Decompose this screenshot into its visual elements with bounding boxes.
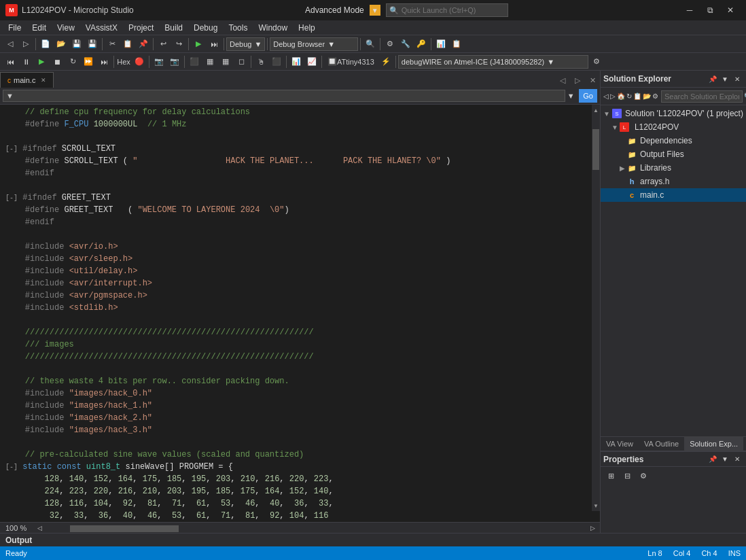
search-toolbar-button[interactable]: 🔍 bbox=[363, 37, 378, 52]
tree-output-files[interactable]: ▶ 📁 Output Files bbox=[601, 147, 746, 161]
props-alphabetic-button[interactable]: ⊟ bbox=[620, 468, 635, 483]
menu-help[interactable]: Help bbox=[293, 20, 321, 35]
zoom-down-button[interactable]: ◁ bbox=[32, 521, 47, 533]
step-into-button[interactable]: ⏭ bbox=[207, 37, 221, 52]
va-view-tab[interactable]: VA View bbox=[601, 436, 639, 451]
scroll-thumb[interactable] bbox=[592, 129, 599, 170]
settings-button[interactable]: 🔧 bbox=[398, 37, 413, 52]
va-outline-tab[interactable]: VA Outline bbox=[639, 436, 684, 451]
se-home-button[interactable]: 🏠 bbox=[617, 90, 625, 103]
quick-launch-box[interactable]: 🔍 Quick Launch (Ctrl+Q) bbox=[386, 3, 508, 17]
debug-btn15[interactable]: ⬛ bbox=[269, 54, 284, 69]
extra-btn2[interactable]: 📋 bbox=[449, 37, 464, 52]
tree-main-c[interactable]: ▶ c main.c bbox=[601, 188, 746, 202]
debugger-extra-btn[interactable]: ⚙ bbox=[589, 54, 604, 69]
tab-close-icon[interactable]: ✕ bbox=[41, 77, 46, 84]
menu-debug[interactable]: Debug bbox=[188, 20, 223, 35]
cut-button[interactable]: ✂ bbox=[105, 37, 120, 52]
se-tree[interactable]: ▼ S Solution 'L12024POV' (1 project) ▼ L… bbox=[601, 105, 746, 436]
menu-project[interactable]: Project bbox=[123, 20, 159, 35]
open-file-button[interactable]: 📂 bbox=[54, 37, 69, 52]
se-dropdown-button[interactable]: ▼ bbox=[719, 73, 731, 85]
menu-tools[interactable]: Tools bbox=[223, 20, 253, 35]
editor-tab-main-c[interactable]: c main.c ✕ bbox=[0, 72, 54, 88]
debug-btn4[interactable]: ↻ bbox=[65, 54, 80, 69]
close-button[interactable]: ✕ bbox=[720, 0, 741, 20]
scroll-tabs-right[interactable]: ▷ bbox=[570, 73, 585, 88]
menu-build[interactable]: Build bbox=[159, 20, 188, 35]
scroll-right-button[interactable]: ▷ bbox=[585, 521, 600, 533]
close-tab-button[interactable]: ✕ bbox=[585, 73, 600, 88]
se-back-button[interactable]: ◁ bbox=[603, 90, 609, 103]
solution-exp-tab[interactable]: Solution Exp... bbox=[684, 436, 743, 451]
debug-hex-btn[interactable]: Hex bbox=[116, 54, 131, 69]
h-scrollbar-track[interactable] bbox=[50, 525, 582, 531]
props-settings-button[interactable]: ⚙ bbox=[636, 468, 651, 483]
se-show-all-button[interactable]: 📂 bbox=[643, 90, 651, 103]
se-settings-button[interactable]: ⚙ bbox=[652, 90, 658, 103]
debug-btn1[interactable]: ⏮ bbox=[3, 54, 18, 69]
tree-project[interactable]: ▼ L L12024POV bbox=[601, 120, 746, 134]
debug-btn7[interactable]: 🔴 bbox=[132, 54, 147, 69]
props-categorize-button[interactable]: ⊞ bbox=[603, 468, 618, 483]
props-close-button[interactable]: ✕ bbox=[731, 453, 743, 466]
debug-btn18[interactable]: ⚡ bbox=[378, 54, 393, 69]
new-file-button[interactable]: 📄 bbox=[38, 37, 53, 52]
paste-button[interactable]: 📌 bbox=[136, 37, 151, 52]
save-all-button[interactable]: 💾 bbox=[85, 37, 100, 52]
debug-btn3[interactable]: ⏹ bbox=[50, 54, 65, 69]
debug-btn9[interactable]: 📷 bbox=[167, 54, 182, 69]
menu-window[interactable]: Window bbox=[253, 20, 293, 35]
restore-button[interactable]: ⧉ bbox=[700, 0, 720, 20]
run-button[interactable]: ▶ bbox=[191, 37, 206, 52]
debug-btn10[interactable]: ⬛ bbox=[187, 54, 202, 69]
menu-edit[interactable]: Edit bbox=[26, 20, 52, 35]
se-properties-button[interactable]: 📋 bbox=[633, 90, 641, 103]
tree-dependencies[interactable]: ▶ 📁 Dependencies bbox=[601, 134, 746, 147]
se-search-input[interactable] bbox=[661, 90, 743, 103]
back-button[interactable]: ◁ bbox=[3, 37, 18, 52]
menu-view[interactable]: View bbox=[52, 20, 80, 35]
copy-button[interactable]: 📋 bbox=[120, 37, 135, 52]
debug-btn2[interactable]: ⏸ bbox=[18, 54, 33, 69]
scroll-down-button[interactable]: ▼ bbox=[592, 500, 600, 511]
se-close-button[interactable]: ✕ bbox=[731, 73, 743, 85]
tree-libraries[interactable]: ▶ 📁 Libraries bbox=[601, 161, 746, 175]
advanced-mode-filter-icon[interactable]: ▼ bbox=[370, 5, 380, 16]
debug-run-btn[interactable]: ▶ bbox=[34, 54, 49, 69]
tree-arrays-h[interactable]: ▶ h arrays.h bbox=[601, 175, 746, 188]
scroll-tabs-left[interactable]: ◁ bbox=[555, 73, 570, 88]
props-dropdown-button[interactable]: ▼ bbox=[719, 453, 731, 466]
forward-button[interactable]: ▷ bbox=[18, 37, 33, 52]
debug-btn16[interactable]: 📊 bbox=[289, 54, 304, 69]
editor-breadcrumb[interactable]: ▼ bbox=[3, 90, 565, 102]
debug-btn17[interactable]: 📈 bbox=[304, 54, 319, 69]
undo-button[interactable]: ↩ bbox=[156, 37, 171, 52]
properties-button[interactable]: ⚙ bbox=[383, 37, 397, 52]
key-button[interactable]: 🔑 bbox=[414, 37, 429, 52]
debug-btn13[interactable]: ◻ bbox=[234, 54, 249, 69]
breadcrumb-right-scroll[interactable]: ▼ bbox=[565, 88, 576, 103]
debug-btn11[interactable]: ▦ bbox=[202, 54, 217, 69]
debug-btn14[interactable]: 🖱 bbox=[253, 54, 268, 69]
code-content[interactable]: // define cpu frequency for delay calcul… bbox=[0, 105, 600, 522]
tree-solution[interactable]: ▼ S Solution 'L12024POV' (1 project) bbox=[601, 107, 746, 120]
debug-btn12[interactable]: ▦ bbox=[218, 54, 233, 69]
redo-button[interactable]: ↪ bbox=[171, 37, 186, 52]
h-scrollbar-thumb[interactable] bbox=[70, 525, 179, 532]
debug-config-dropdown[interactable]: Debug ▼ bbox=[226, 37, 265, 51]
minimize-button[interactable]: ─ bbox=[679, 0, 700, 20]
debug-browser-dropdown[interactable]: Debug Browser ▼ bbox=[270, 37, 358, 51]
se-forward-button[interactable]: ▷ bbox=[610, 90, 616, 103]
debugger-dropdown[interactable]: debugWIRE on Atmel-ICE (J41800095282) ▼ bbox=[398, 55, 588, 69]
go-button[interactable]: Go bbox=[579, 89, 597, 103]
pin-button[interactable]: 📌 bbox=[707, 73, 719, 85]
debug-btn6[interactable]: ⏭ bbox=[96, 54, 111, 69]
menu-file[interactable]: File bbox=[3, 20, 26, 35]
props-pin-button[interactable]: 📌 bbox=[707, 453, 719, 466]
extra-btn1[interactable]: 📊 bbox=[433, 37, 448, 52]
se-refresh-button[interactable]: ↻ bbox=[626, 90, 632, 103]
menu-vassistx[interactable]: VAssistX bbox=[80, 20, 123, 35]
scroll-up-button[interactable]: ▲ bbox=[592, 105, 600, 116]
debug-btn5[interactable]: ⏩ bbox=[81, 54, 96, 69]
